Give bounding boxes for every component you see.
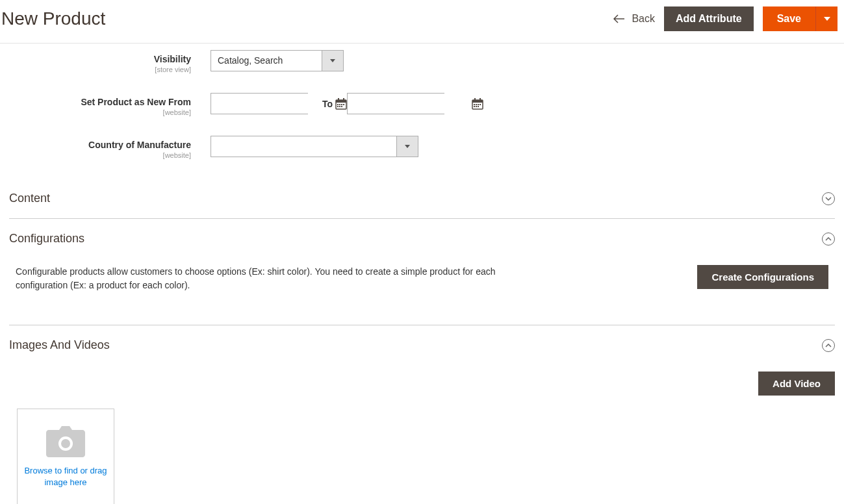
- new-from-label: Set Product as New From [website]: [9, 93, 211, 116]
- chevron-up-icon: [825, 237, 832, 241]
- svg-rect-14: [480, 98, 481, 101]
- svg-rect-10: [341, 106, 342, 107]
- svg-rect-19: [474, 106, 475, 107]
- svg-rect-3: [343, 98, 344, 101]
- back-button[interactable]: Back: [613, 13, 655, 25]
- svg-rect-13: [474, 98, 476, 101]
- visibility-dropdown-toggle[interactable]: [322, 51, 343, 71]
- country-dropdown-toggle[interactable]: [396, 136, 418, 157]
- header-actions: Back Add Attribute Save: [613, 6, 844, 31]
- content-section: Content: [9, 179, 835, 219]
- configurations-title: Configurations: [9, 232, 84, 246]
- add-video-button[interactable]: Add Video: [758, 372, 835, 396]
- new-to-date[interactable]: [347, 93, 444, 114]
- images-section: Images And Videos Add Video Browse to fi…: [9, 325, 835, 504]
- image-upload-box[interactable]: Browse to find or drag image here: [17, 409, 114, 504]
- add-attribute-button[interactable]: Add Attribute: [664, 6, 754, 31]
- svg-rect-17: [478, 104, 479, 105]
- arrow-left-icon: [613, 14, 625, 23]
- visibility-label: Visibility [store view]: [9, 50, 211, 73]
- svg-rect-5: [339, 104, 340, 105]
- images-section-header[interactable]: Images And Videos: [9, 325, 835, 365]
- svg-rect-9: [339, 106, 340, 107]
- chevron-down-icon: [405, 145, 410, 148]
- content-toggle[interactable]: [822, 192, 835, 205]
- svg-rect-8: [337, 106, 339, 107]
- svg-rect-2: [338, 98, 339, 101]
- content-section-header[interactable]: Content: [9, 179, 835, 218]
- calendar-icon: [472, 98, 483, 110]
- new-to-input[interactable]: [348, 94, 472, 114]
- create-configurations-button[interactable]: Create Configurations: [697, 265, 828, 289]
- chevron-down-icon: [824, 17, 830, 21]
- svg-rect-12: [472, 100, 483, 103]
- to-label: To: [320, 99, 335, 109]
- svg-rect-4: [337, 104, 339, 105]
- svg-rect-6: [341, 104, 342, 105]
- svg-rect-21: [478, 106, 479, 107]
- configurations-toggle[interactable]: [822, 233, 835, 246]
- svg-rect-20: [476, 106, 477, 107]
- visibility-select[interactable]: Catalog, Search: [211, 50, 344, 71]
- new-from-date[interactable]: [211, 93, 308, 114]
- save-button[interactable]: Save: [763, 6, 815, 31]
- country-select[interactable]: [211, 136, 418, 157]
- svg-rect-18: [480, 104, 481, 105]
- new-from-calendar-button[interactable]: [335, 94, 347, 114]
- images-title: Images And Videos: [9, 338, 110, 352]
- upload-text: Browse to find or drag image here: [18, 465, 114, 488]
- country-value: [211, 136, 396, 157]
- svg-rect-7: [343, 104, 344, 105]
- visibility-value: Catalog, Search: [211, 51, 322, 71]
- calendar-icon: [335, 98, 347, 110]
- save-split-button: Save: [763, 6, 838, 31]
- save-dropdown-toggle[interactable]: [815, 6, 838, 31]
- camera-icon: [46, 426, 85, 457]
- chevron-down-icon: [330, 59, 335, 62]
- configurations-section: Configurations Configurable products all…: [9, 219, 835, 325]
- svg-point-23: [61, 439, 70, 448]
- svg-rect-16: [476, 104, 477, 105]
- configurations-section-header[interactable]: Configurations: [9, 219, 835, 258]
- new-from-input[interactable]: [211, 94, 335, 114]
- page-title: New Product: [1, 8, 105, 29]
- configurations-description: Configurable products allow customers to…: [16, 265, 509, 292]
- chevron-down-icon: [825, 197, 832, 201]
- new-to-calendar-button[interactable]: [472, 94, 483, 114]
- svg-rect-15: [474, 104, 475, 105]
- back-label: Back: [632, 13, 655, 25]
- country-label: Country of Manufacture [website]: [9, 136, 211, 159]
- content-title: Content: [9, 192, 50, 205]
- chevron-up-icon: [825, 344, 832, 347]
- svg-rect-1: [336, 100, 346, 103]
- images-toggle[interactable]: [822, 339, 835, 352]
